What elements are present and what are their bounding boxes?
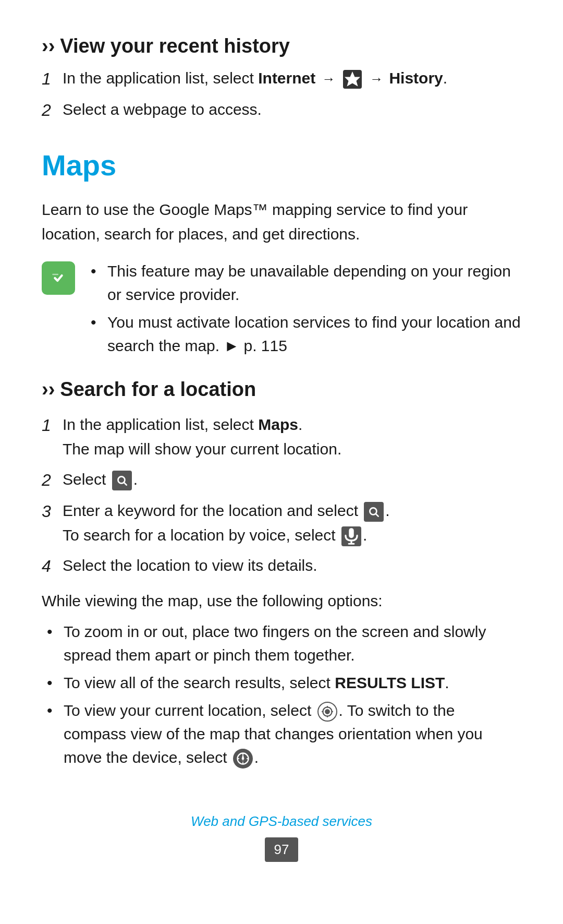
step-2-content: Select a webpage to access.: [63, 98, 521, 122]
search-step-2-content: Select .: [63, 467, 521, 492]
svg-line-6: [376, 514, 378, 517]
page-number-badge: 97: [265, 837, 299, 862]
mic-icon: [341, 526, 361, 546]
option-zoom: To zoom in or out, place two fingers on …: [42, 620, 521, 667]
search-step-2-text: Select .: [63, 467, 521, 492]
svg-point-19: [241, 757, 244, 760]
search-step-1-text: In the application list, select Maps.: [63, 413, 521, 437]
options-list: To zoom in or out, place two fingers on …: [42, 620, 521, 769]
footer: Web and GPS-based services 97: [42, 811, 521, 862]
note-icon: [42, 261, 75, 295]
options-intro: While viewing the map, use the following…: [42, 589, 521, 614]
search-step-3-sub: To search for a location by voice, selec…: [63, 523, 521, 548]
view-recent-title: ›› View your recent history: [42, 31, 521, 61]
search-step-number-1: 1: [42, 413, 63, 438]
search-step-3-content: Enter a keyword for the location and sel…: [63, 499, 521, 547]
option-location: To view your current location, select . …: [42, 699, 521, 769]
search-icon-step3: [364, 502, 384, 522]
option-results: To view all of the search results, selec…: [42, 671, 521, 694]
search-step-1-row: 1 In the application list, select Maps. …: [42, 413, 521, 461]
search-step-4-text: Select the location to view its details.: [63, 554, 521, 578]
search-step-2-row: 2 Select .: [42, 467, 521, 493]
step-2-row: 2 Select a webpage to access.: [42, 98, 521, 123]
search-step-4-row: 4 Select the location to view its detail…: [42, 554, 521, 579]
footer-label: Web and GPS-based services: [42, 811, 521, 832]
search-step-number-4: 4: [42, 554, 63, 579]
search-step-number-2: 2: [42, 467, 63, 493]
maps-section: Maps Learn to use the Google Maps™ mappi…: [42, 143, 521, 362]
chevron-icon-2: ››: [42, 375, 55, 404]
svg-marker-0: [345, 71, 360, 87]
step-1-row: 1 In the application list, select Intern…: [42, 66, 521, 91]
note-content: This feature may be unavailable dependin…: [85, 259, 521, 362]
note-box: This feature may be unavailable dependin…: [42, 259, 521, 362]
compass-icon: [233, 749, 253, 769]
svg-line-4: [124, 483, 127, 485]
bookmark-icon: [343, 70, 362, 89]
step-1-text: In the application list, select Internet…: [63, 66, 521, 91]
chevron-icon: ››: [42, 31, 55, 61]
search-location-section: ›› Search for a location 1 In the applic…: [42, 375, 521, 769]
arrow-icon-1: →: [322, 71, 339, 87]
view-recent-section: ›› View your recent history 1 In the app…: [42, 31, 521, 123]
step-number-1: 1: [42, 66, 63, 91]
search-step-number-3: 3: [42, 499, 63, 524]
note-item-1: This feature may be unavailable dependin…: [85, 259, 521, 306]
search-step-3-text: Enter a keyword for the location and sel…: [63, 499, 521, 523]
svg-point-10: [325, 709, 329, 714]
note-list: This feature may be unavailable dependin…: [85, 259, 521, 357]
search-location-title: ›› Search for a location: [42, 375, 521, 404]
arrow-icon-2: →: [370, 71, 387, 87]
maps-intro: Learn to use the Google Maps™ mapping se…: [42, 198, 521, 246]
svg-rect-2: [52, 274, 58, 275]
search-step-1-content: In the application list, select Maps. Th…: [63, 413, 521, 461]
maps-chapter-title: Maps: [42, 143, 521, 187]
search-step-1-sub: The map will show your current location.: [63, 437, 521, 462]
location-icon: [317, 702, 337, 722]
svg-rect-7: [349, 528, 354, 538]
note-item-2: You must activate location services to f…: [85, 310, 521, 357]
step-1-content: In the application list, select Internet…: [63, 66, 521, 91]
step-number-2: 2: [42, 98, 63, 123]
search-step-3-row: 3 Enter a keyword for the location and s…: [42, 499, 521, 547]
search-icon-step2: [112, 471, 132, 490]
search-step-4-content: Select the location to view its details.: [63, 554, 521, 578]
